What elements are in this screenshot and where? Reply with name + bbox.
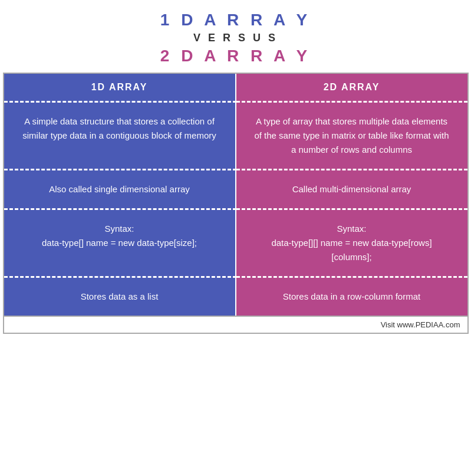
table-header: 1D ARRAY 2D ARRAY: [4, 74, 467, 101]
table-row: A simple data structure that stores a co…: [4, 101, 467, 169]
cell-2d-row4: Stores data in a row-column format: [236, 276, 467, 316]
table-row: Syntax:data-type[] name = new data-type[…: [4, 208, 467, 276]
title-1d: 1 D A R R A Y: [0, 11, 471, 29]
cell-2d-row3-text: Syntax:data-type[][] name = new data-typ…: [271, 224, 432, 262]
cell-1d-row1: A simple data structure that stores a co…: [4, 101, 236, 169]
cell-2d-row4-text: Stores data in a row-column format: [283, 291, 420, 301]
cell-2d-row2: Called multi-dimensional array: [236, 169, 467, 208]
table-row: Stores data as a list Stores data in a r…: [4, 276, 467, 316]
col-header-1d: 1D ARRAY: [4, 74, 236, 101]
table-row: Also called single dimensional array Cal…: [4, 169, 467, 208]
cell-1d-row2: Also called single dimensional array: [4, 169, 236, 208]
versus-text: V E R S U S: [0, 32, 471, 44]
cell-2d-row3: Syntax:data-type[][] name = new data-typ…: [236, 208, 467, 276]
title-2d: 2 D A R R A Y: [0, 47, 471, 65]
cell-2d-row1: A type of array that stores multiple dat…: [236, 101, 467, 169]
cell-1d-row3-text: Syntax:data-type[] name = new data-type[…: [42, 224, 197, 248]
footer-note: Visit www.PEDIAA.com: [3, 317, 469, 334]
col-header-2d: 2D ARRAY: [236, 74, 467, 101]
cell-1d-row3: Syntax:data-type[] name = new data-type[…: [4, 208, 236, 276]
cell-1d-row4: Stores data as a list: [4, 276, 236, 316]
comparison-table: 1D ARRAY 2D ARRAY A simple data structur…: [3, 73, 469, 317]
header-section: 1 D A R R A Y V E R S U S 2 D A R R A Y: [0, 0, 471, 73]
